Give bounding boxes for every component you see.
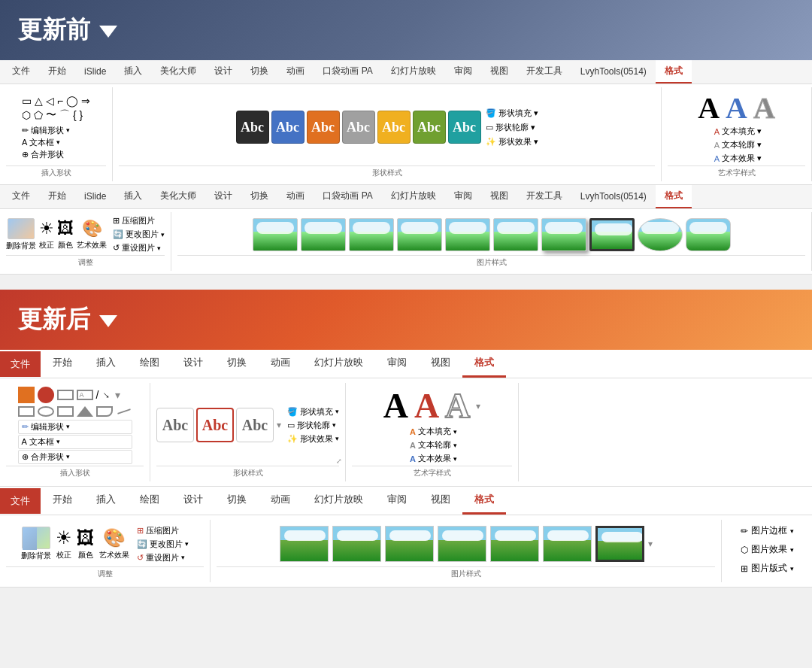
shape-btn-teal[interactable]: Abc	[448, 111, 481, 144]
pic-style-1[interactable]	[253, 218, 298, 251]
shape-style-expand-a[interactable]: ⤢	[336, 457, 342, 465]
tab-insert-b1[interactable]: 插入	[115, 60, 151, 84]
shape-effect-btn-a1[interactable]: ✨ 形状效果 ▾	[287, 433, 339, 445]
tab-animate-a1[interactable]: 动画	[259, 350, 302, 378]
pic-effect-btn-a2[interactable]: ⬡ 图片效果 ▾	[738, 542, 797, 557]
tab-start-b2[interactable]: 开始	[39, 185, 75, 208]
tab-view-a1[interactable]: 视图	[419, 350, 462, 378]
tab-animate-b2[interactable]: 动画	[277, 185, 314, 208]
edit-shape-btn-b1[interactable]: ✏ 编辑形状 ▾	[22, 125, 90, 136]
shape-icon-pentagon[interactable]: ⬠	[34, 109, 43, 121]
shape-btn-dark[interactable]: Abc	[236, 111, 269, 144]
tab-file-b2[interactable]: 文件	[3, 185, 39, 208]
tab-start-b1[interactable]: 开始	[39, 60, 75, 84]
tab-devtools-b1[interactable]: 开发工具	[517, 60, 571, 84]
color-btn-b2[interactable]: 🖼 颜色	[57, 219, 74, 250]
tab-start-a1[interactable]: 开始	[41, 350, 84, 378]
tab-lvyh-b1[interactable]: LvyhTools(0514)	[571, 62, 656, 83]
tab-design-b2[interactable]: 设计	[205, 185, 241, 208]
tab-review-a2[interactable]: 审阅	[375, 487, 419, 515]
shape-fill-btn-a1[interactable]: 🪣 形状填充 ▾	[287, 406, 339, 418]
shape-btn-green[interactable]: Abc	[413, 111, 446, 144]
tab-insert-a2[interactable]: 插入	[84, 487, 128, 515]
shape-icon-curl[interactable]: ⌒	[59, 108, 70, 122]
art-letter-outline-a1[interactable]: A	[445, 386, 470, 426]
pic-style-9[interactable]	[638, 218, 683, 251]
tab-switch-b1[interactable]: 切换	[241, 60, 277, 84]
pic-style-7[interactable]	[541, 218, 586, 251]
art-effect-btn-a2[interactable]: 🎨 艺术效果	[99, 527, 129, 560]
pic-style-dropdown-a[interactable]: ▾	[648, 539, 653, 549]
tab-slideshow-b2[interactable]: 幻灯片放映	[382, 185, 445, 208]
tab-format-a2[interactable]: 格式	[462, 487, 506, 515]
shape-outline-btn-a1[interactable]: ▭ 形状轮廓 ▾	[287, 420, 339, 431]
tab-file-a1[interactable]: 文件	[0, 351, 41, 377]
shape-tri-a[interactable]	[77, 406, 93, 417]
tab-beautify-b2[interactable]: 美化大师	[151, 185, 205, 208]
shape-btn-yellow[interactable]: Abc	[377, 111, 411, 144]
shape-sq2-a[interactable]	[57, 406, 74, 417]
compress-btn-b2[interactable]: ⊞ 压缩图片	[113, 215, 165, 226]
color-btn-a2[interactable]: 🖼 颜色	[77, 527, 95, 560]
art-style-dropdown-a[interactable]: ▾	[476, 401, 480, 411]
text-outline-btn-a1[interactable]: A 文本轮廓 ▾	[410, 439, 457, 451]
shape-btn-plain-a[interactable]: Abc	[156, 408, 194, 442]
tab-slideshow-a1[interactable]: 幻灯片放映	[302, 350, 375, 378]
shape-btn-orange[interactable]: Abc	[307, 111, 340, 144]
shape-icon-diamond[interactable]: ⬡	[22, 109, 31, 121]
correct-btn-a2[interactable]: ☀ 校正	[56, 527, 72, 560]
pic-style-a5[interactable]	[490, 526, 539, 562]
textbox-btn-b1[interactable]: A 文本框 ▾	[22, 137, 90, 148]
shape-effect-btn-b1[interactable]: ✨ 形状效果 ▾	[486, 136, 538, 147]
textbox-btn-a1[interactable]: A 文本框 ▾	[18, 435, 132, 449]
shape-icon-tri[interactable]: △	[35, 95, 43, 107]
tab-animate-a2[interactable]: 动画	[259, 487, 302, 515]
tab-lvyh-b2[interactable]: LvyhTools(0514)	[571, 187, 656, 208]
art-letter-red-a1[interactable]: A	[414, 386, 439, 426]
pic-layout-btn-a2[interactable]: ⊞ 图片版式 ▾	[738, 560, 797, 576]
pic-style-6[interactable]	[493, 218, 538, 251]
pic-style-4[interactable]	[397, 218, 442, 251]
shape-style-dropdown-a[interactable]: ▾	[277, 420, 281, 430]
tab-switch-a2[interactable]: 切换	[215, 487, 259, 515]
tab-insert-a1[interactable]: 插入	[84, 350, 128, 378]
tab-islide-b1[interactable]: iSlide	[75, 62, 115, 83]
pic-style-5[interactable]	[445, 218, 490, 251]
tab-file-a2[interactable]: 文件	[0, 488, 41, 514]
shape-icon-corner[interactable]: ⌐	[57, 95, 63, 107]
shape-btn-blue[interactable]: Abc	[271, 111, 304, 144]
tab-view-b1[interactable]: 视图	[481, 60, 517, 84]
shape-btn-red-a[interactable]: Abc	[196, 408, 234, 442]
tab-switch-a1[interactable]: 切换	[215, 350, 259, 378]
text-fill-btn-b1[interactable]: A 文本填充 ▾	[714, 126, 762, 137]
shape-circle-orange[interactable]	[18, 387, 35, 403]
tab-draw-a2[interactable]: 绘图	[128, 487, 171, 515]
tab-format-b2[interactable]: 格式	[656, 185, 692, 208]
compress-btn-a2[interactable]: ⊞ 压缩图片	[137, 525, 189, 536]
change-btn-a2[interactable]: 🔄 更改图片 ▾	[137, 539, 189, 550]
art-letter-blue-b1[interactable]: A	[726, 90, 747, 126]
text-fill-btn-a1[interactable]: A 文本填充 ▾	[410, 426, 457, 437]
tab-switch-b2[interactable]: 切换	[241, 185, 277, 208]
shape-circle-red[interactable]	[38, 387, 54, 403]
pic-style-a7[interactable]	[595, 526, 644, 562]
text-effect-btn-b1[interactable]: A 文本效果 ▾	[714, 153, 762, 164]
tab-animate-b1[interactable]: 动画	[277, 60, 314, 84]
tab-insert-b2[interactable]: 插入	[115, 185, 151, 208]
shape-outline-btn-b1[interactable]: ▭ 形状轮廓 ▾	[486, 122, 538, 133]
reset-btn-a2[interactable]: ↺ 重设图片 ▾	[137, 552, 189, 563]
shape-oval-a[interactable]	[38, 406, 54, 417]
tab-devtools-b2[interactable]: 开发工具	[517, 185, 571, 208]
shape-icon-more[interactable]: }	[80, 109, 83, 121]
tab-slideshow-a2[interactable]: 幻灯片放映	[302, 487, 375, 515]
shape-btn-dark-a[interactable]: Abc	[236, 408, 274, 442]
art-letter-black-a1[interactable]: A	[383, 386, 408, 426]
shape-btn-gray[interactable]: Abc	[342, 111, 375, 144]
shape-icon-rect[interactable]: ▭	[22, 95, 32, 107]
art-letter-gray-b1[interactable]: A	[753, 90, 775, 126]
text-outline-btn-b1[interactable]: A 文本轮廓 ▾	[714, 139, 762, 150]
tab-design-a2[interactable]: 设计	[171, 487, 215, 515]
reset-btn-b2[interactable]: ↺ 重设图片 ▾	[113, 242, 165, 254]
correct-btn-b2[interactable]: ☀ 校正	[39, 219, 54, 250]
shape-icon-wavy[interactable]: 〜	[46, 108, 56, 122]
